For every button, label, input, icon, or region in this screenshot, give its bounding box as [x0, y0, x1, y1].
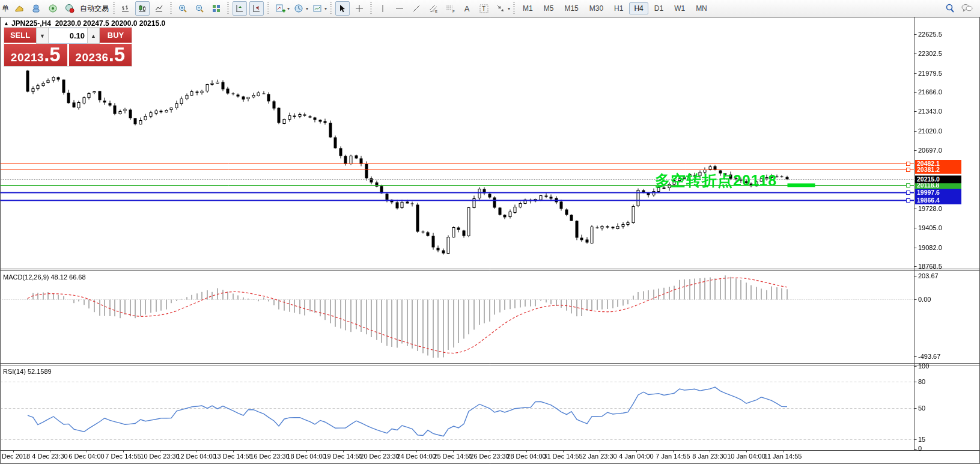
- auto-scroll-icon[interactable]: [233, 1, 247, 16]
- symbol-period-label: JPN225-,H4: [11, 19, 51, 28]
- date-tick-label: 13 Dec 14:55: [213, 453, 252, 460]
- chat-icon[interactable]: [960, 1, 974, 16]
- text-tool-icon[interactable]: A: [460, 1, 474, 16]
- date-tick-label: 25 Dec 14:55: [433, 453, 472, 460]
- macd-tick-label: -493.67: [918, 353, 940, 360]
- svg-text:F: F: [452, 10, 455, 13]
- timeframe-button-m15[interactable]: M15: [559, 2, 583, 14]
- date-tick-label: 19 Dec 14:55: [323, 453, 362, 460]
- timeframe-button-m30[interactable]: M30: [585, 2, 608, 14]
- current-price-chip: 20215.0: [915, 176, 961, 183]
- price-tick-label: 19082.0: [918, 244, 942, 251]
- toolbar-grip: [369, 2, 373, 14]
- date-tick-label: 7 Jan 14:55: [656, 453, 690, 460]
- tile-windows-icon[interactable]: [209, 1, 224, 16]
- toolbar-grip: [329, 2, 333, 14]
- toolbar-grip: [112, 2, 116, 14]
- search-icon[interactable]: [943, 1, 957, 16]
- date-tick-label: 7 Dec 14:55: [105, 453, 141, 460]
- templates-dropdown-icon[interactable]: ▾: [324, 6, 327, 11]
- new-order-button[interactable]: 单: [2, 4, 9, 14]
- bar-chart-type-icon[interactable]: [118, 1, 133, 16]
- volume-input[interactable]: [49, 28, 87, 44]
- svg-text:T: T: [482, 5, 485, 12]
- date-tick-label: 3 Dec 2018: [0, 453, 30, 460]
- buy-price-display[interactable]: 20236.5: [69, 44, 132, 66]
- arrows-dropdown-icon[interactable]: ▾: [508, 6, 510, 11]
- periods-icon[interactable]: [291, 1, 306, 16]
- rsi-tick-label: 0: [918, 445, 922, 452]
- volume-decrease-button[interactable]: ▼: [36, 28, 49, 44]
- candlestick-chart-type-icon[interactable]: [135, 1, 150, 16]
- rsi-tick-label: 15: [918, 436, 925, 443]
- vertical-line-tool-icon[interactable]: [376, 1, 390, 16]
- autotrading-icon[interactable]: [62, 1, 77, 16]
- hline-price-chip[interactable]: 19866.4: [915, 197, 961, 204]
- ohlc-values: 20230.0 20247.5 20200.0 20215.0: [55, 19, 166, 28]
- chart-annotation-text[interactable]: 多空转折点20118: [655, 171, 777, 191]
- arrows-tool-icon[interactable]: [493, 1, 508, 16]
- timeframe-button-mn[interactable]: MN: [691, 2, 712, 14]
- toolbar-grip: [226, 2, 230, 14]
- fibonacci-tool-icon[interactable]: F: [443, 1, 457, 16]
- price-tick-label: 18768.5: [918, 263, 942, 270]
- timeframe-button-m1[interactable]: M1: [518, 2, 538, 14]
- top-toolbar: 单 自动交易: [0, 0, 980, 17]
- label-tool-icon[interactable]: T: [476, 1, 491, 16]
- sell-button[interactable]: SELL: [4, 28, 36, 44]
- periods-dropdown-icon[interactable]: ▾: [306, 6, 308, 11]
- macd-label: MACD(12,26,9) 48.12 66.68: [3, 273, 86, 281]
- trendline-tool-icon[interactable]: [409, 1, 424, 16]
- cursor-icon[interactable]: [335, 1, 350, 16]
- date-tick-label: 24 Dec 04:00: [397, 453, 436, 460]
- timeframe-button-h4[interactable]: H4: [629, 2, 648, 14]
- rsi-tick-label: 100: [918, 362, 929, 370]
- timeframe-button-h1[interactable]: H1: [609, 2, 628, 14]
- signals-icon[interactable]: [46, 1, 60, 16]
- zoom-in-icon[interactable]: [175, 1, 190, 16]
- line-chart-type-icon[interactable]: [152, 1, 166, 16]
- data-window-icon[interactable]: [29, 1, 43, 16]
- date-tick-label: 28 Dec 04:00: [507, 453, 546, 460]
- rsi-tick-label: 80: [918, 378, 925, 385]
- sell-price-display[interactable]: 20213.5: [4, 44, 67, 66]
- horizontal-line-tool-icon[interactable]: [392, 1, 407, 16]
- toolbar-grip: [169, 2, 173, 14]
- price-tick-label: 21979.5: [918, 70, 942, 77]
- templates-icon[interactable]: [310, 1, 324, 16]
- timeframe-group: M1M5M15M30H1H4D1W1MN: [517, 0, 713, 17]
- main-chart-canvas[interactable]: [0, 17, 980, 464]
- one-click-trading-widget: SELL ▼ ▲ BUY 20213.5 20236.5: [4, 28, 132, 66]
- crosshair-icon[interactable]: [352, 1, 367, 16]
- price-tick-label: 21343.0: [918, 108, 942, 115]
- date-tick-label: 6 Dec 04:00: [68, 453, 104, 460]
- volume-stepper: ▼ ▲: [36, 28, 100, 44]
- price-tick-label: 19405.0: [918, 224, 942, 231]
- indicators-dropdown-icon[interactable]: ▾: [287, 6, 290, 11]
- timeframe-button-w1[interactable]: W1: [669, 2, 690, 14]
- date-tick-label: 11 Jan 14:55: [764, 453, 802, 460]
- date-tick-label: 4 Dec 23:30: [32, 453, 67, 460]
- svg-text:E: E: [435, 10, 437, 13]
- timeframe-button-m5[interactable]: M5: [539, 2, 559, 14]
- trend-up-icon: ▲: [4, 20, 9, 26]
- toolbar-grip: [266, 2, 270, 14]
- zoom-out-icon[interactable]: [192, 1, 207, 16]
- price-tick-label: 20697.0: [918, 147, 942, 154]
- hline-price-chip[interactable]: 19997.6: [915, 189, 961, 197]
- equidistant-channel-tool-icon[interactable]: E: [426, 1, 440, 16]
- market-watch-icon[interactable]: [12, 1, 26, 16]
- volume-increase-button[interactable]: ▲: [87, 28, 100, 44]
- price-tick-label: 19728.0: [918, 205, 942, 212]
- buy-button[interactable]: BUY: [100, 28, 132, 44]
- timeframe-button-d1[interactable]: D1: [650, 2, 668, 14]
- autotrading-label[interactable]: 自动交易: [80, 4, 109, 14]
- toolbar-grip: [512, 2, 516, 14]
- date-tick-label: 10 Dec 23:30: [140, 453, 179, 460]
- chart-shift-icon[interactable]: [249, 1, 264, 16]
- date-tick-label: 18 Dec 04:00: [287, 453, 326, 460]
- hline-price-chip[interactable]: 20381.2: [915, 166, 961, 174]
- date-tick-label: 26 Dec 23:30: [470, 453, 509, 460]
- indicators-icon[interactable]: [273, 1, 287, 16]
- rsi-label: RSI(14) 52.1589: [3, 368, 52, 375]
